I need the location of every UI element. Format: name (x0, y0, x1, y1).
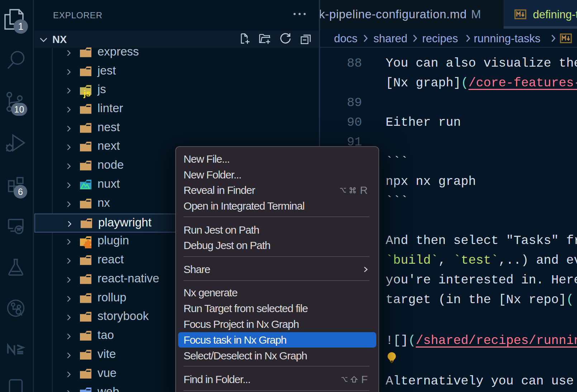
svg-text:js: js (83, 89, 91, 98)
